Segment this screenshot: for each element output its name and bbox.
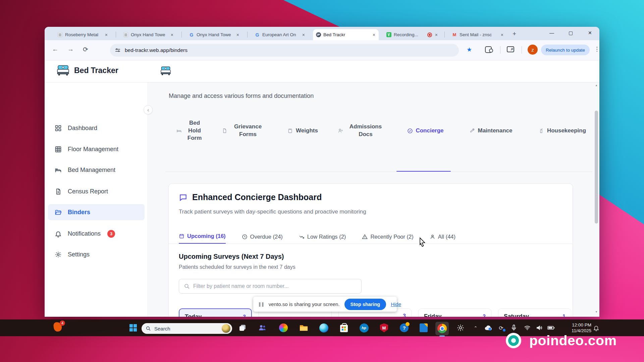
sidebar-item-floor-management[interactable]: Floor Management <box>48 141 145 157</box>
tab-close-icon[interactable]: × <box>236 32 240 38</box>
form-tab-admissions[interactable]: Admissions Docs <box>338 111 385 151</box>
edge-button[interactable] <box>319 323 329 333</box>
search-highlight-image[interactable] <box>222 324 230 333</box>
task-view-button[interactable] <box>237 323 248 333</box>
tab-label: Recently Poor (2) <box>370 234 413 240</box>
browser-menu-icon[interactable]: ⋮ <box>594 46 599 53</box>
tab-upcoming[interactable]: Upcoming (16) <box>179 229 226 244</box>
notification-center-button[interactable] <box>591 323 601 333</box>
sidebar-item-bed-management[interactable]: Bed Management <box>48 162 145 178</box>
start-button[interactable] <box>128 323 138 333</box>
folder-open-icon <box>55 209 62 216</box>
form-tab-bed-hold[interactable]: Bed Hold Form <box>176 111 204 151</box>
patient-filter-search[interactable] <box>179 279 362 294</box>
sidebar-item-label: Binders <box>68 209 90 216</box>
blue-doc-app-button[interactable] <box>419 323 429 333</box>
form-tab-grievance[interactable]: Grievance Forms <box>222 111 266 151</box>
sidebar-item-dashboard[interactable]: Dashboard <box>48 120 145 136</box>
chrome-button-active[interactable] <box>435 322 449 335</box>
tab-close-icon[interactable]: × <box>302 32 306 38</box>
browser-tab[interactable]: M Sent Mail - znsc × <box>449 29 507 40</box>
scroll-down-icon[interactable]: ▼ <box>594 310 598 313</box>
reload-icon[interactable]: ⟳ <box>83 46 88 53</box>
tab-close-icon[interactable]: × <box>104 32 108 38</box>
window-minimize-button[interactable]: — <box>549 30 554 36</box>
chat-bubble-icon <box>179 193 187 202</box>
microphone-tray-icon[interactable] <box>509 323 519 333</box>
main-content: Manage and access various forms and docu… <box>148 82 599 317</box>
form-tab-label: Weights <box>296 127 318 135</box>
bookmark-star-icon[interactable]: ★ <box>467 46 472 53</box>
stop-sharing-button[interactable]: Stop sharing <box>344 299 386 310</box>
form-tab-weights[interactable]: Weights <box>287 111 318 151</box>
site-settings-icon[interactable] <box>115 48 121 53</box>
search-icon <box>184 283 190 289</box>
taskbar-search[interactable]: Search <box>142 323 232 334</box>
volume-tray-icon[interactable] <box>534 323 544 333</box>
sidebar-collapse-button[interactable]: ‹ <box>144 105 153 114</box>
battery-tray-icon[interactable] <box>546 323 556 333</box>
sidebar-item-notifications[interactable]: Notifications 3 <box>48 226 145 242</box>
window-close-button[interactable]: ✕ <box>588 30 592 36</box>
tab-close-icon[interactable]: × <box>500 32 504 38</box>
tab-low-ratings[interactable]: Low Ratings (2) <box>299 229 346 244</box>
tab-close-icon[interactable]: × <box>434 32 438 38</box>
taskbar-notification-app[interactable]: 4 <box>54 322 64 333</box>
teams-button[interactable] <box>257 323 267 333</box>
tray-clock[interactable]: 12:00 PM 11/4/2025 <box>558 322 591 334</box>
mouse-cursor <box>419 237 426 249</box>
day-card-today[interactable]: Today 3 Robert Smith Maria Garcia <box>179 308 252 317</box>
relaunch-to-update-button[interactable]: Relaunch to update <box>541 45 590 55</box>
tray-expand-chevron[interactable]: ⌃ <box>471 323 481 333</box>
store-button[interactable] <box>339 323 349 333</box>
sidebar-item-binders[interactable]: Binders <box>48 204 145 220</box>
day-card-friday[interactable]: Friday 2 Alice Johnson Patricia Brown <box>418 308 491 317</box>
search-input[interactable] <box>193 283 357 289</box>
mcafee-button[interactable]: M <box>379 323 389 333</box>
browser-tab[interactable]: Roseberry Metal × <box>55 29 111 40</box>
app-brand[interactable]: Bed Tracker <box>57 65 118 76</box>
browser-tab[interactable]: Onyx Hand Towe × <box>120 29 177 40</box>
day-card-saturday[interactable]: Saturday 1 James Wilson <box>498 308 571 317</box>
form-tab-maintenance[interactable]: Maintenance <box>469 111 513 151</box>
tab-all[interactable]: All (44) <box>430 229 455 244</box>
tab-label: Upcoming (16) <box>187 233 226 239</box>
get-help-button[interactable]: ? <box>399 323 409 333</box>
url-text[interactable]: bed-trackr.web.app/binders <box>125 47 187 53</box>
browser-tab[interactable]: G Onyx Hand Towe × <box>186 29 243 40</box>
back-icon[interactable]: ← <box>52 46 58 53</box>
hp-button[interactable]: hp <box>359 323 369 333</box>
sidebar-item-settings[interactable]: Settings <box>48 246 145 262</box>
form-tab-housekeeping[interactable]: Housekeeping <box>538 111 586 151</box>
settings-button[interactable] <box>455 323 466 333</box>
new-tab-button[interactable]: + <box>513 30 516 38</box>
share-message: vento.so is sharing your screen. <box>269 301 340 307</box>
scroll-up-icon[interactable]: ▲ <box>594 84 598 87</box>
tab-recently-poor[interactable]: Recently Poor (2) <box>362 229 413 244</box>
hide-link[interactable]: Hide <box>391 301 401 307</box>
pause-icon[interactable]: ❚❚ <box>258 302 264 307</box>
onedrive-tray-icon[interactable]: i <box>483 323 493 333</box>
speaker-icon <box>536 325 543 330</box>
form-tab-concierge[interactable]: Concierge <box>407 111 443 151</box>
tab-close-icon[interactable]: × <box>372 32 376 38</box>
extensions-icon[interactable] <box>485 46 492 53</box>
sidebar-item-census-report[interactable]: Census Report <box>48 183 145 199</box>
forward-icon[interactable]: → <box>67 46 74 53</box>
file-explorer-button[interactable] <box>299 323 309 333</box>
address-bar[interactable]: bed-trackr.web.app/binders <box>110 44 459 57</box>
side-search-icon[interactable] <box>507 46 514 52</box>
microphone-icon <box>511 324 517 331</box>
tab-overdue[interactable]: Overdue (24) <box>242 229 283 244</box>
wifi-tray-icon[interactable] <box>522 323 532 333</box>
browser-tab-active[interactable]: Bed Trackr × <box>313 29 379 40</box>
tab-close-icon[interactable]: × <box>170 32 174 38</box>
sync-tray-icon[interactable]: ⟳ <box>496 323 506 333</box>
copilot-button[interactable] <box>278 323 288 333</box>
folder-icon <box>299 324 308 332</box>
scrollbar-thumb[interactable] <box>595 111 598 224</box>
window-maximize-button[interactable]: ▢ <box>569 30 573 36</box>
browser-tab[interactable]: G European Art On × <box>252 29 308 40</box>
browser-tab[interactable]: Recording... × <box>383 29 441 40</box>
profile-avatar[interactable]: z <box>528 45 538 55</box>
